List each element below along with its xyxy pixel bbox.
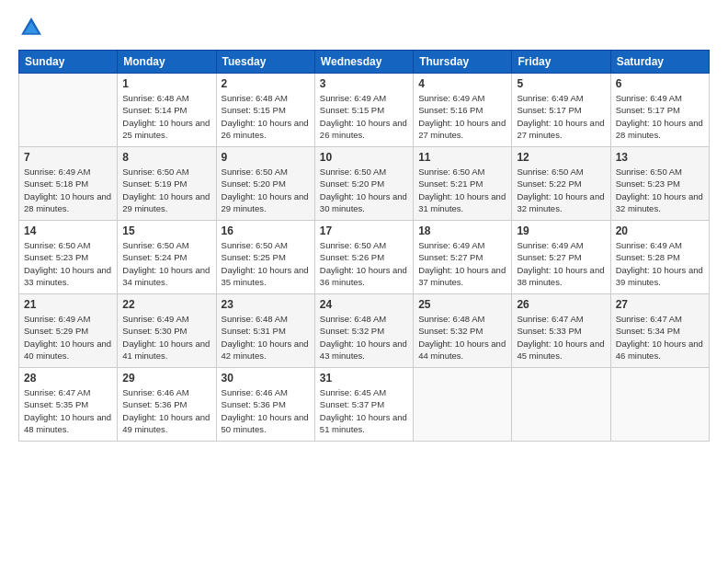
weekday-header-monday: Monday [118,51,216,74]
sunrise-label: Sunrise: 6:50 AM [222,167,288,177]
day-cell: 23Sunrise: 6:48 AMSunset: 5:31 PMDayligh… [216,294,314,368]
sunrise-label: Sunrise: 6:46 AM [222,387,288,397]
day-info: Sunrise: 6:49 AMSunset: 5:15 PMDaylight:… [320,92,408,141]
day-cell: 1Sunrise: 6:48 AMSunset: 5:14 PMDaylight… [118,74,216,147]
sunset-label: Sunset: 5:32 PM [320,326,384,336]
day-info: Sunrise: 6:47 AMSunset: 5:33 PMDaylight:… [517,313,605,362]
day-info: Sunrise: 6:49 AMSunset: 5:17 PMDaylight:… [517,92,605,141]
day-info: Sunrise: 6:50 AMSunset: 5:21 PMDaylight:… [418,166,506,214]
sunrise-label: Sunrise: 6:49 AM [517,240,583,250]
daylight-label: Daylight: 10 hours and 50 minutes. [222,412,309,434]
sunrise-label: Sunrise: 6:50 AM [616,167,682,177]
sunrise-label: Sunrise: 6:49 AM [24,167,90,177]
daylight-label: Daylight: 10 hours and 51 minutes. [320,412,407,434]
day-info: Sunrise: 6:49 AMSunset: 5:17 PMDaylight:… [616,92,704,141]
day-cell: 12Sunrise: 6:50 AMSunset: 5:22 PMDayligh… [512,147,610,221]
day-number: 14 [24,224,112,237]
day-number: 13 [616,151,704,164]
sunset-label: Sunset: 5:17 PM [616,105,680,115]
week-row-1: 1Sunrise: 6:48 AMSunset: 5:14 PMDaylight… [19,74,710,147]
header [18,15,710,40]
daylight-label: Daylight: 10 hours and 35 minutes. [222,265,309,287]
day-cell: 19Sunrise: 6:49 AMSunset: 5:27 PMDayligh… [512,221,610,294]
sunrise-label: Sunrise: 6:49 AM [418,93,484,103]
sunrise-label: Sunrise: 6:49 AM [320,93,386,103]
sunset-label: Sunset: 5:27 PM [418,252,483,262]
day-cell [610,368,709,442]
sunset-label: Sunset: 5:32 PM [418,326,483,336]
day-cell: 6Sunrise: 6:49 AMSunset: 5:17 PMDaylight… [610,74,709,147]
day-info: Sunrise: 6:48 AMSunset: 5:15 PMDaylight:… [222,92,310,141]
daylight-label: Daylight: 10 hours and 29 minutes. [222,191,309,213]
day-cell: 14Sunrise: 6:50 AMSunset: 5:23 PMDayligh… [19,221,118,294]
day-cell: 29Sunrise: 6:46 AMSunset: 5:36 PMDayligh… [118,368,216,442]
daylight-label: Daylight: 10 hours and 38 minutes. [517,265,604,287]
day-info: Sunrise: 6:48 AMSunset: 5:31 PMDaylight:… [222,313,310,362]
day-number: 5 [517,77,605,90]
sunrise-label: Sunrise: 6:50 AM [320,240,386,250]
daylight-label: Daylight: 10 hours and 37 minutes. [418,265,506,287]
logo [18,15,48,40]
daylight-label: Daylight: 10 hours and 48 minutes. [24,412,111,434]
sunrise-label: Sunrise: 6:50 AM [320,167,386,177]
sunrise-label: Sunrise: 6:50 AM [418,167,484,177]
day-number: 21 [24,298,112,311]
day-info: Sunrise: 6:45 AMSunset: 5:37 PMDaylight:… [320,386,408,435]
day-info: Sunrise: 6:49 AMSunset: 5:28 PMDaylight:… [616,239,704,288]
day-cell: 20Sunrise: 6:49 AMSunset: 5:28 PMDayligh… [610,221,709,294]
daylight-label: Daylight: 10 hours and 36 minutes. [320,265,407,287]
day-number: 18 [418,224,506,237]
day-info: Sunrise: 6:47 AMSunset: 5:35 PMDaylight:… [24,386,112,435]
day-cell: 10Sunrise: 6:50 AMSunset: 5:20 PMDayligh… [314,147,413,221]
sunset-label: Sunset: 5:34 PM [616,326,680,336]
day-number: 3 [320,77,408,90]
day-cell: 11Sunrise: 6:50 AMSunset: 5:21 PMDayligh… [414,147,512,221]
weekday-header-row: SundayMondayTuesdayWednesdayThursdayFrid… [19,51,710,74]
day-cell: 13Sunrise: 6:50 AMSunset: 5:23 PMDayligh… [610,147,709,221]
sunset-label: Sunset: 5:31 PM [222,326,286,336]
day-cell: 30Sunrise: 6:46 AMSunset: 5:36 PMDayligh… [216,368,314,442]
day-cell: 4Sunrise: 6:49 AMSunset: 5:16 PMDaylight… [414,74,512,147]
week-row-3: 14Sunrise: 6:50 AMSunset: 5:23 PMDayligh… [19,221,710,294]
day-number: 30 [222,372,310,385]
day-cell: 27Sunrise: 6:47 AMSunset: 5:34 PMDayligh… [610,294,709,368]
sunrise-label: Sunrise: 6:46 AM [122,387,188,397]
daylight-label: Daylight: 10 hours and 40 minutes. [24,339,111,361]
daylight-label: Daylight: 10 hours and 26 minutes. [320,118,407,140]
sunrise-label: Sunrise: 6:48 AM [320,314,386,324]
page: SundayMondayTuesdayWednesdayThursdayFrid… [0,0,728,563]
day-info: Sunrise: 6:50 AMSunset: 5:25 PMDaylight:… [222,239,310,288]
day-cell: 31Sunrise: 6:45 AMSunset: 5:37 PMDayligh… [314,368,413,442]
day-info: Sunrise: 6:49 AMSunset: 5:30 PMDaylight:… [122,313,210,362]
day-cell: 2Sunrise: 6:48 AMSunset: 5:15 PMDaylight… [216,74,314,147]
sunrise-label: Sunrise: 6:49 AM [517,93,583,103]
day-info: Sunrise: 6:46 AMSunset: 5:36 PMDaylight:… [222,386,310,435]
daylight-label: Daylight: 10 hours and 27 minutes. [517,118,604,140]
day-cell: 26Sunrise: 6:47 AMSunset: 5:33 PMDayligh… [512,294,610,368]
day-cell: 8Sunrise: 6:50 AMSunset: 5:19 PMDaylight… [118,147,216,221]
day-number: 31 [320,372,408,385]
calendar-table: SundayMondayTuesdayWednesdayThursdayFrid… [18,50,710,442]
day-number: 16 [222,224,310,237]
daylight-label: Daylight: 10 hours and 31 minutes. [418,191,506,213]
sunset-label: Sunset: 5:27 PM [517,252,581,262]
day-info: Sunrise: 6:50 AMSunset: 5:20 PMDaylight:… [222,166,310,214]
day-number: 22 [122,298,210,311]
day-number: 7 [24,151,112,164]
sunset-label: Sunset: 5:23 PM [24,252,88,262]
day-number: 2 [222,77,310,90]
day-cell: 9Sunrise: 6:50 AMSunset: 5:20 PMDaylight… [216,147,314,221]
day-number: 9 [222,151,310,164]
sunrise-label: Sunrise: 6:49 AM [418,240,484,250]
day-number: 20 [616,224,704,237]
weekday-header-tuesday: Tuesday [216,51,314,74]
sunset-label: Sunset: 5:25 PM [222,252,286,262]
weekday-header-sunday: Sunday [19,51,118,74]
sunrise-label: Sunrise: 6:50 AM [122,167,188,177]
sunrise-label: Sunrise: 6:48 AM [122,93,188,103]
sunset-label: Sunset: 5:18 PM [24,178,88,189]
day-info: Sunrise: 6:49 AMSunset: 5:29 PMDaylight:… [24,313,112,362]
sunrise-label: Sunrise: 6:50 AM [222,240,288,250]
sunrise-label: Sunrise: 6:49 AM [24,314,90,324]
daylight-label: Daylight: 10 hours and 34 minutes. [122,265,210,287]
